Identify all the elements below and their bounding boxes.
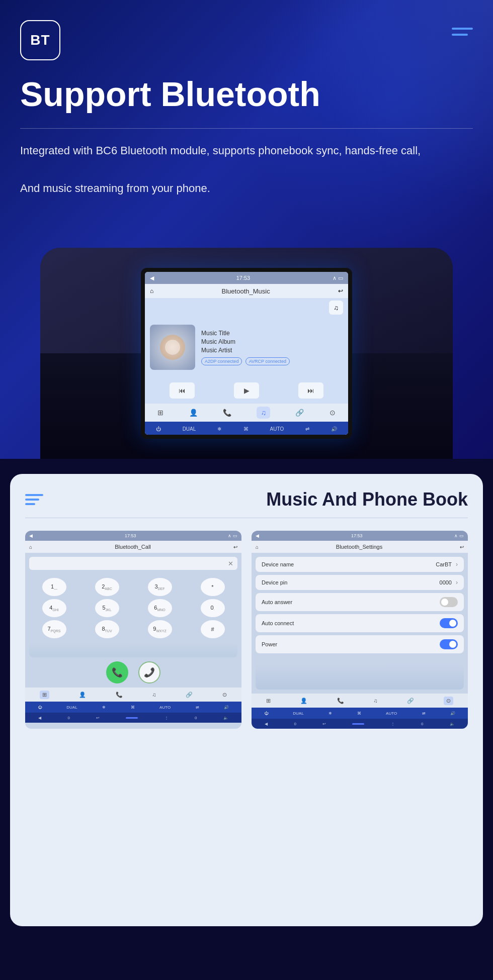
dial-0[interactable]: 0· <box>201 599 225 617</box>
settings-statusbar: ◀ 17:53 ∧ ▭ <box>252 531 468 541</box>
screen-statusbar: ◀ 17:53 ∧ ▭ <box>145 272 348 284</box>
dial-hash[interactable]: # <box>201 620 225 638</box>
dial-7[interactable]: 7PQRS <box>42 620 66 638</box>
car-body: ◀ 17:53 ∧ ▭ ⌂ Bluetooth_Music ↩ ♫ <box>40 248 453 459</box>
music-title: Music Title <box>201 330 291 337</box>
call-nav-title: Bluetooth_Call <box>115 544 151 550</box>
settings-nav-title: Bluetooth_Settings <box>336 544 382 550</box>
vol-icon[interactable]: 🔊 <box>331 426 337 432</box>
settings-list: Device name CarBT › Device pin 0000 › Au… <box>252 553 468 660</box>
power-icon[interactable]: ⏻ <box>156 426 161 432</box>
bottom-menu-icon[interactable] <box>25 494 43 505</box>
menu-nav-icon[interactable]: ⊞ <box>157 409 163 417</box>
music-nav-icon[interactable]: ♫ <box>257 407 270 419</box>
call-settings-icon[interactable]: ⊙ <box>222 692 227 698</box>
dialpad-search[interactable]: ✕ <box>29 557 237 570</box>
music-artist: Music Artist <box>201 347 291 354</box>
device-name-row[interactable]: Device name CarBT › <box>256 557 464 572</box>
call-statusbar: ◀ 17:53 ∧ ▭ <box>25 531 241 541</box>
back-arrow[interactable]: ◀ <box>150 275 154 281</box>
screen-nav-title: Bluetooth_Music <box>222 287 270 295</box>
device-pin-label: Device pin <box>262 579 287 585</box>
call-back-arrow[interactable]: ◀ <box>29 533 33 538</box>
call-phone-icon[interactable]: 📞 <box>116 692 123 698</box>
settings-back-arrow[interactable]: ◀ <box>256 533 259 538</box>
settings-home-icon[interactable]: ⌂ <box>256 544 259 550</box>
screen-time: 17:53 <box>236 275 251 281</box>
call-music-icon[interactable]: ♫ <box>152 692 156 698</box>
dial-1[interactable]: 1— <box>42 578 66 596</box>
screen-inner: ◀ 17:53 ∧ ▭ ⌂ Bluetooth_Music ↩ ♫ <box>145 272 348 435</box>
auto-label: AUTO <box>270 426 284 432</box>
play-button[interactable]: ▶ <box>234 382 259 399</box>
hero-header: BT <box>20 20 473 60</box>
call-back-icon[interactable]: ↩ <box>233 544 237 550</box>
call-time: 17:53 <box>125 533 136 538</box>
call-nav: ⌂ Bluetooth_Call ↩ <box>25 541 241 553</box>
call-button[interactable]: 📞 <box>106 661 128 683</box>
settings-menu-icon[interactable]: ⊞ <box>266 698 271 704</box>
music-info: Music Title Music Album Music Artist A2D… <box>201 330 291 365</box>
album-art <box>150 325 195 370</box>
ac-icon[interactable]: ⌘ <box>243 426 249 432</box>
auto-connect-toggle[interactable] <box>440 618 458 628</box>
settings-phone-icon[interactable]: 📞 <box>337 698 344 704</box>
hero-section: BT Support Bluetooth Integrated with BC6… <box>0 0 493 459</box>
settings-wave <box>256 664 464 690</box>
settings-time: 17:53 <box>351 533 363 538</box>
auto-connect-row: Auto connect <box>256 614 464 632</box>
settings-music-icon[interactable]: ♫ <box>373 698 377 704</box>
dial-8[interactable]: 8TUV <box>95 620 119 638</box>
bt-logo: BT <box>20 20 60 60</box>
phone-nav-icon[interactable]: 📞 <box>223 409 231 417</box>
call-person-icon[interactable]: 👤 <box>79 692 86 698</box>
mini-progress <box>126 717 138 719</box>
dial-9[interactable]: 9WXYZ <box>148 620 172 638</box>
hangup-button[interactable]: 📞 <box>138 661 160 683</box>
auto-answer-label: Auto answer <box>262 599 292 605</box>
playback-controls: ⏮ ▶ ⏭ <box>145 377 348 404</box>
power-toggle[interactable] <box>440 639 458 649</box>
dial-star[interactable]: * <box>201 578 225 596</box>
music-note-icon[interactable]: ♫ <box>329 301 343 315</box>
settings-link-icon[interactable]: 🔗 <box>407 698 414 704</box>
dial-3[interactable]: 3DEF <box>148 578 172 596</box>
link-nav-icon[interactable]: 🔗 <box>295 409 304 417</box>
clear-icon[interactable]: ✕ <box>228 560 233 567</box>
settings-nav-icon[interactable]: ⊙ <box>330 409 336 417</box>
menu-icon[interactable] <box>452 20 473 36</box>
settings-back-icon[interactable]: ↩ <box>460 544 464 550</box>
settings-nav: ⌂ Bluetooth_Settings ↩ <box>252 541 468 553</box>
call-link-icon[interactable]: 🔗 <box>186 692 193 698</box>
call-home-icon[interactable]: ⌂ <box>29 544 32 550</box>
settings-progress <box>352 723 364 725</box>
call-menu-icon[interactable]: ⊞ <box>40 691 49 699</box>
dial-4[interactable]: 4GHI <box>42 599 66 617</box>
avrcp-badge: AVRCP connected <box>245 357 290 365</box>
device-name-label: Device name <box>262 561 294 567</box>
wave-decoration <box>29 642 237 657</box>
prev-button[interactable]: ⏮ <box>170 382 195 399</box>
settings-eye-icon[interactable]: ⊙ <box>444 697 453 705</box>
device-pin-chevron: › <box>456 579 458 586</box>
dial-6[interactable]: 6MNO <box>148 599 172 617</box>
settings-screen: ◀ 17:53 ∧ ▭ ⌂ Bluetooth_Settings ↩ Devic… <box>252 531 468 729</box>
power-label: Power <box>262 641 277 647</box>
bottom-header: Music And Phone Book <box>25 489 468 510</box>
home-icon[interactable]: ⌂ <box>150 287 153 295</box>
dial-2[interactable]: 2ABC <box>95 578 119 596</box>
device-name-chevron: › <box>456 561 458 568</box>
music-album: Music Album <box>201 338 291 345</box>
screen-ac-bar: ⏻ DUAL ❄ ⌘ AUTO ⇌ 🔊 <box>145 422 348 435</box>
dial-5[interactable]: 5JKL <box>95 599 119 617</box>
auto-answer-toggle[interactable] <box>440 597 458 607</box>
airflow-icon[interactable]: ⇌ <box>305 426 309 432</box>
screen-bezel: ◀ 17:53 ∧ ▭ ⌂ Bluetooth_Music ↩ ♫ <box>141 268 352 439</box>
next-button[interactable]: ⏭ <box>298 382 323 399</box>
person-nav-icon[interactable]: 👤 <box>189 409 198 417</box>
back-nav-icon[interactable]: ↩ <box>338 287 343 295</box>
settings-person-icon[interactable]: 👤 <box>300 698 307 704</box>
device-pin-row[interactable]: Device pin 0000 › <box>256 575 464 590</box>
auto-answer-row: Auto answer <box>256 593 464 611</box>
snowflake-icon[interactable]: ❄ <box>217 426 221 432</box>
